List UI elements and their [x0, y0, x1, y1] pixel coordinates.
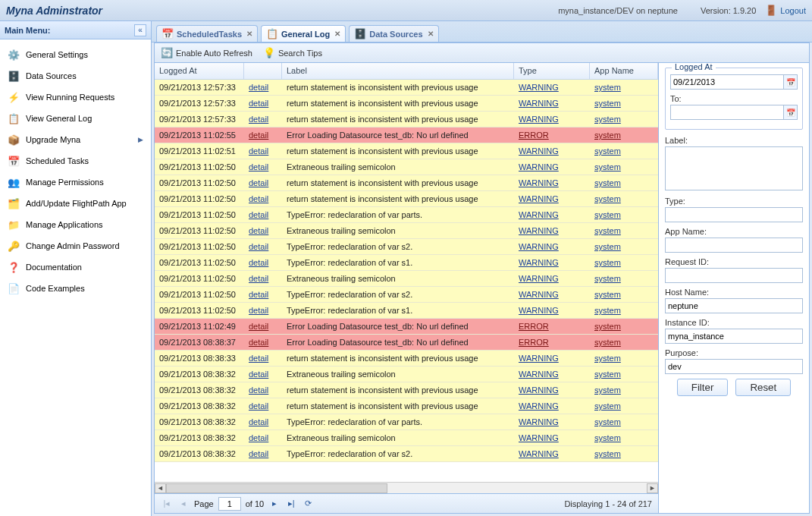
detail-link[interactable]: detail [244, 274, 282, 283]
type-link[interactable]: WARNING [514, 258, 590, 267]
detail-link[interactable]: detail [244, 322, 282, 331]
tab-0[interactable]: 📅ScheduledTasks✕ [156, 25, 258, 42]
col-label[interactable]: Label [282, 63, 514, 79]
type-link[interactable]: WARNING [514, 242, 590, 251]
app-link[interactable]: system [590, 306, 658, 315]
detail-link[interactable]: detail [244, 99, 282, 108]
log-row[interactable]: 09/21/2013 11:02:50detailExtraneous trai… [155, 223, 658, 239]
detail-link[interactable]: detail [244, 401, 282, 411]
log-row[interactable]: 09/21/2013 11:02:50detailTypeError: rede… [155, 287, 658, 303]
log-row[interactable]: 09/21/2013 11:02:51detailreturn statemen… [155, 143, 658, 159]
hscroll-right-icon[interactable]: ► [647, 483, 658, 493]
pager-last-button[interactable]: ▸| [285, 498, 297, 510]
app-link[interactable]: system [590, 274, 658, 283]
menu-item-9[interactable]: 🔑Change Admin Password [0, 235, 151, 256]
app-filter-input[interactable] [665, 238, 803, 253]
log-row[interactable]: 09/21/2013 08:38:32detailExtraneous trai… [155, 430, 658, 446]
log-row[interactable]: 09/21/2013 08:38:33detailreturn statemen… [155, 351, 658, 367]
detail-link[interactable]: detail [244, 210, 282, 219]
pager-first-button[interactable]: |◂ [161, 498, 173, 510]
type-link[interactable]: WARNING [514, 370, 590, 379]
log-row[interactable]: 09/21/2013 11:02:50detailExtraneous trai… [155, 159, 658, 175]
sidebar-collapse-button[interactable]: « [134, 24, 146, 36]
type-link[interactable]: WARNING [514, 401, 590, 411]
app-link[interactable]: system [590, 226, 658, 235]
log-row[interactable]: 09/21/2013 08:38:32detailreturn statemen… [155, 382, 658, 398]
type-link[interactable]: WARNING [514, 274, 590, 283]
type-link[interactable]: WARNING [514, 449, 590, 458]
log-row[interactable]: 09/21/2013 11:02:49detailError Loading D… [155, 319, 658, 335]
log-row[interactable]: 09/21/2013 08:38:32detailreturn statemen… [155, 398, 658, 414]
detail-link[interactable]: detail [244, 115, 282, 124]
type-link[interactable]: ERROR [514, 322, 590, 331]
label-filter-input[interactable] [665, 146, 803, 190]
col-detail[interactable] [244, 63, 282, 79]
log-row[interactable]: 09/21/2013 11:02:50detailExtraneous trai… [155, 271, 658, 287]
detail-link[interactable]: detail [244, 338, 282, 347]
app-link[interactable]: system [590, 417, 658, 426]
app-link[interactable]: system [590, 385, 658, 395]
reset-button[interactable]: Reset [735, 379, 791, 396]
search-tips-button[interactable]: 💡 Search Tips [263, 47, 322, 59]
app-link[interactable]: system [590, 83, 658, 92]
app-link[interactable]: system [590, 194, 658, 203]
type-link[interactable]: WARNING [514, 83, 590, 92]
close-icon[interactable]: ✕ [428, 30, 434, 38]
type-link[interactable]: WARNING [514, 306, 590, 315]
log-row[interactable]: 09/21/2013 08:38:37detailError Loading D… [155, 335, 658, 351]
app-link[interactable]: system [590, 115, 658, 124]
type-link[interactable]: WARNING [514, 178, 590, 187]
instance-id-input[interactable] [665, 329, 803, 344]
type-link[interactable]: ERROR [514, 338, 590, 347]
col-app-name[interactable]: App Name [590, 63, 658, 79]
purpose-input[interactable] [665, 359, 803, 374]
logout-link[interactable]: 🚪 Logout [765, 5, 806, 17]
detail-link[interactable]: detail [244, 290, 282, 299]
pager-page-input[interactable] [218, 497, 241, 511]
type-link[interactable]: WARNING [514, 194, 590, 203]
detail-link[interactable]: detail [244, 226, 282, 235]
detail-link[interactable]: detail [244, 306, 282, 315]
from-date-input[interactable] [670, 74, 784, 90]
log-row[interactable]: 09/21/2013 08:38:32detailExtraneous trai… [155, 367, 658, 382]
log-row[interactable]: 09/21/2013 12:57:33detailreturn statemen… [155, 96, 658, 112]
pager-prev-button[interactable]: ◂ [177, 498, 190, 510]
type-link[interactable]: WARNING [514, 290, 590, 299]
pager-next-button[interactable]: ▸ [268, 498, 281, 510]
log-row[interactable]: 09/21/2013 11:02:50detailTypeError: rede… [155, 255, 658, 271]
log-row[interactable]: 09/21/2013 08:38:32detailTypeError: rede… [155, 414, 658, 430]
app-link[interactable]: system [590, 242, 658, 251]
detail-link[interactable]: detail [244, 83, 282, 92]
detail-link[interactable]: detail [244, 146, 282, 156]
detail-link[interactable]: detail [244, 162, 282, 171]
tab-1[interactable]: 📋General Log✕ [261, 25, 346, 42]
col-type[interactable]: Type [514, 63, 590, 79]
menu-item-0[interactable]: ⚙️General Settings [0, 44, 151, 65]
menu-item-3[interactable]: 📋View General Log [0, 108, 151, 129]
app-link[interactable]: system [590, 338, 658, 347]
calendar-icon[interactable]: 📅 [784, 74, 798, 90]
hscroll-thumb[interactable] [166, 483, 387, 493]
app-link[interactable]: system [590, 370, 658, 379]
auto-refresh-button[interactable]: 🔄 Enable Auto Refresh [161, 47, 252, 59]
menu-item-5[interactable]: 📅Scheduled Tasks [0, 150, 151, 171]
app-link[interactable]: system [590, 146, 658, 156]
log-row[interactable]: 09/21/2013 11:02:55detailError Loading D… [155, 127, 658, 143]
app-link[interactable]: system [590, 290, 658, 299]
detail-link[interactable]: detail [244, 449, 282, 458]
grid-hscroll[interactable]: ◄ ► [155, 482, 658, 493]
close-icon[interactable]: ✕ [334, 30, 340, 38]
detail-link[interactable]: detail [244, 194, 282, 203]
log-row[interactable]: 09/21/2013 11:02:50detailreturn statemen… [155, 175, 658, 191]
detail-link[interactable]: detail [244, 370, 282, 379]
menu-item-6[interactable]: 👥Manage Permissions [0, 171, 151, 193]
log-row[interactable]: 09/21/2013 11:02:50detailTypeError: rede… [155, 239, 658, 255]
log-row[interactable]: 09/21/2013 11:02:50detailTypeError: rede… [155, 207, 658, 223]
app-link[interactable]: system [590, 354, 658, 363]
detail-link[interactable]: detail [244, 385, 282, 395]
detail-link[interactable]: detail [244, 178, 282, 187]
type-link[interactable]: WARNING [514, 210, 590, 219]
type-link[interactable]: WARNING [514, 162, 590, 171]
type-link[interactable]: WARNING [514, 417, 590, 426]
type-link[interactable]: WARNING [514, 385, 590, 395]
